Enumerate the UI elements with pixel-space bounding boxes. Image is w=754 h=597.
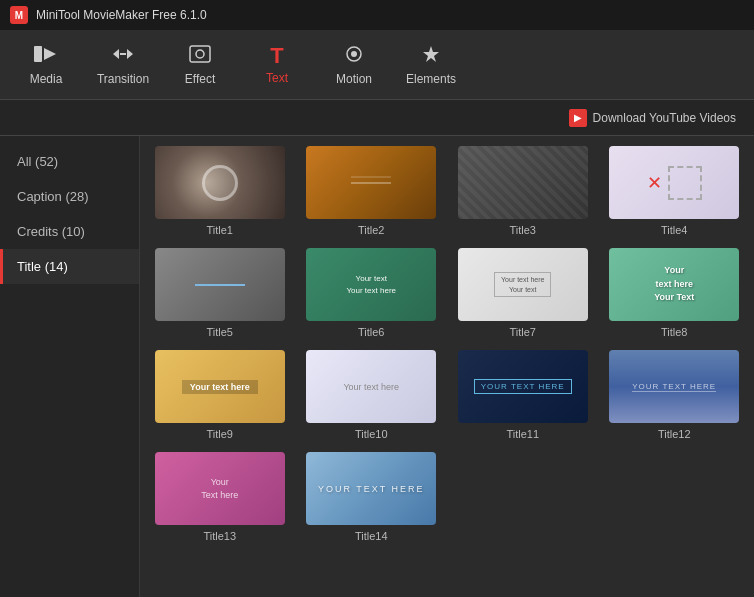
tile-label-title13: Title13 bbox=[203, 530, 236, 542]
toolbar-media[interactable]: Media bbox=[10, 34, 82, 96]
tile-label-title5: Title5 bbox=[207, 326, 234, 338]
tiles-grid: Title1 Title2 Title3 Title4 bbox=[150, 146, 744, 542]
tile-thumb-title5 bbox=[155, 248, 285, 321]
list-item[interactable]: Title4 bbox=[605, 146, 745, 236]
toolbar-elements-label: Elements bbox=[406, 72, 456, 86]
sidebar-item-caption[interactable]: Caption (28) bbox=[0, 179, 139, 214]
list-item[interactable]: Title1 bbox=[150, 146, 290, 236]
motion-icon bbox=[342, 44, 366, 68]
list-item[interactable]: YOUR TEXT HERE Title12 bbox=[605, 350, 745, 440]
app-title: MiniTool MovieMaker Free 6.1.0 bbox=[36, 8, 207, 22]
svg-point-5 bbox=[351, 51, 357, 57]
svg-point-3 bbox=[196, 50, 204, 58]
tile-label-title9: Title9 bbox=[207, 428, 234, 440]
main-area: All (52) Caption (28) Credits (10) Title… bbox=[0, 136, 754, 597]
toolbar-elements[interactable]: Elements bbox=[395, 34, 467, 96]
sidebar-item-credits[interactable]: Credits (10) bbox=[0, 214, 139, 249]
list-item[interactable]: Your text hereYour text Title7 bbox=[453, 248, 593, 338]
toolbar-transition[interactable]: Transition bbox=[87, 34, 159, 96]
tile-thumb-title1 bbox=[155, 146, 285, 219]
toolbar-motion-label: Motion bbox=[336, 72, 372, 86]
toolbar-text[interactable]: T Text bbox=[241, 34, 313, 96]
tile-thumb-title13: YourText here bbox=[155, 452, 285, 525]
toolbar-motion[interactable]: Motion bbox=[318, 34, 390, 96]
tile-thumb-title10: Your text here bbox=[306, 350, 436, 423]
list-item[interactable]: YourText here Title13 bbox=[150, 452, 290, 542]
elements-icon bbox=[419, 44, 443, 68]
tile-thumb-title8: Yourtext hereYour Text bbox=[609, 248, 739, 321]
tile-thumb-title7: Your text hereYour text bbox=[458, 248, 588, 321]
download-youtube-button[interactable]: ▶ Download YouTube Videos bbox=[561, 105, 744, 131]
tile-label-title7: Title7 bbox=[510, 326, 537, 338]
app-icon: M bbox=[10, 6, 28, 24]
tile-thumb-title9: Your text here bbox=[155, 350, 285, 423]
tile-thumb-title3 bbox=[458, 146, 588, 219]
toolbar-media-label: Media bbox=[30, 72, 63, 86]
toolbar-effect-label: Effect bbox=[185, 72, 215, 86]
list-item[interactable]: YOUR TEXT HERE Title14 bbox=[302, 452, 442, 542]
download-label: Download YouTube Videos bbox=[593, 111, 736, 125]
toolbar-effect[interactable]: Effect bbox=[164, 34, 236, 96]
svg-rect-0 bbox=[34, 46, 42, 62]
tile-label-title14: Title14 bbox=[355, 530, 388, 542]
transition-icon bbox=[111, 44, 135, 68]
list-item[interactable]: Your text here Title9 bbox=[150, 350, 290, 440]
text-icon: T bbox=[270, 45, 283, 67]
youtube-icon: ▶ bbox=[569, 109, 587, 127]
content-area: Title1 Title2 Title3 Title4 bbox=[140, 136, 754, 597]
list-item[interactable]: Title3 bbox=[453, 146, 593, 236]
list-item[interactable]: YOUR TEXT HERE Title11 bbox=[453, 350, 593, 440]
download-bar: ▶ Download YouTube Videos bbox=[0, 100, 754, 136]
tile-label-title8: Title8 bbox=[661, 326, 688, 338]
svg-rect-2 bbox=[190, 46, 210, 62]
tile-thumb-title14: YOUR TEXT HERE bbox=[306, 452, 436, 525]
toolbar: Media Transition Effect T Text bbox=[0, 30, 754, 100]
list-item[interactable]: Your textYour text here Title6 bbox=[302, 248, 442, 338]
list-item[interactable]: Your text here Title10 bbox=[302, 350, 442, 440]
tile-thumb-title4 bbox=[609, 146, 739, 219]
tile-label-title3: Title3 bbox=[510, 224, 537, 236]
tile-label-title1: Title1 bbox=[207, 224, 234, 236]
tile-thumb-title6: Your textYour text here bbox=[306, 248, 436, 321]
list-item[interactable]: Yourtext hereYour Text Title8 bbox=[605, 248, 745, 338]
tile-label-title10: Title10 bbox=[355, 428, 388, 440]
tile-label-title12: Title12 bbox=[658, 428, 691, 440]
list-item[interactable]: Title5 bbox=[150, 248, 290, 338]
tile-label-title4: Title4 bbox=[661, 224, 688, 236]
tile-label-title11: Title11 bbox=[506, 428, 539, 440]
media-icon bbox=[34, 44, 58, 68]
toolbar-transition-label: Transition bbox=[97, 72, 149, 86]
list-item[interactable]: Title2 bbox=[302, 146, 442, 236]
tile-thumb-title12: YOUR TEXT HERE bbox=[609, 350, 739, 423]
sidebar-item-all[interactable]: All (52) bbox=[0, 144, 139, 179]
tile-label-title6: Title6 bbox=[358, 326, 385, 338]
toolbar-text-label: Text bbox=[266, 71, 288, 85]
sidebar-item-title[interactable]: Title (14) bbox=[0, 249, 139, 284]
title-bar: M MiniTool MovieMaker Free 6.1.0 bbox=[0, 0, 754, 30]
tile-label-title2: Title2 bbox=[358, 224, 385, 236]
sidebar: All (52) Caption (28) Credits (10) Title… bbox=[0, 136, 140, 597]
tile-thumb-title2 bbox=[306, 146, 436, 219]
tile-thumb-title11: YOUR TEXT HERE bbox=[458, 350, 588, 423]
effect-icon bbox=[188, 44, 212, 68]
